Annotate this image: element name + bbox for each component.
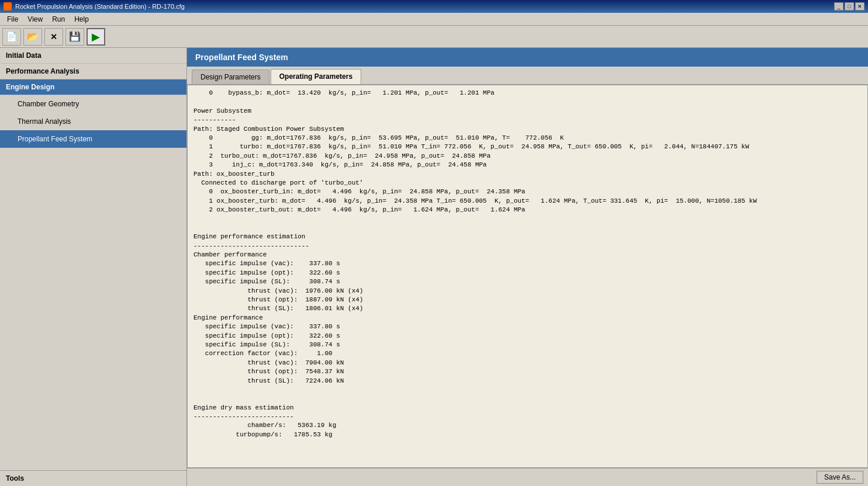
tab-operating-parameters[interactable]: Operating Parameters <box>271 69 361 84</box>
content-area: Propellant Feed System Design Parameters… <box>187 48 868 486</box>
sidebar-propellant-feed-system[interactable]: Propellant Feed System <box>0 130 186 148</box>
menu-run[interactable]: Run <box>47 14 70 25</box>
run-button[interactable]: ▶ <box>87 28 105 46</box>
menu-help[interactable]: Help <box>70 14 94 25</box>
menu-file[interactable]: File <box>2 14 23 25</box>
sidebar: Initial Data Performance Analysis Engine… <box>0 48 187 486</box>
save-as-button[interactable]: Save As... <box>817 471 863 484</box>
new-button[interactable]: 📄 <box>2 28 21 46</box>
menu-bar: File View Run Help <box>0 13 868 26</box>
close-file-icon: ✕ <box>50 32 57 41</box>
tab-design-parameters[interactable]: Design Parameters <box>192 70 269 84</box>
menu-view[interactable]: View <box>23 14 47 25</box>
save-button[interactable]: 💾 <box>65 28 84 46</box>
save-bar: Save As... <box>187 468 868 486</box>
title-bar-controls[interactable]: _ □ ✕ <box>834 2 864 11</box>
title-bar: Rocket Propulsion Analysis (Standard Edi… <box>0 0 868 13</box>
run-icon: ▶ <box>92 30 100 43</box>
title-bar-left: Rocket Propulsion Analysis (Standard Edi… <box>4 2 185 11</box>
open-button[interactable]: 📂 <box>23 28 42 46</box>
sidebar-thermal-analysis[interactable]: Thermal Analysis <box>0 113 186 130</box>
sidebar-tools[interactable]: Tools <box>0 470 186 486</box>
sidebar-engine-design[interactable]: Engine Design <box>0 79 186 95</box>
close-button[interactable]: ✕ <box>855 2 864 11</box>
page-title: Propellant Feed System <box>187 48 868 67</box>
open-icon: 📂 <box>27 31 39 42</box>
tab-bar: Design Parameters Operating Parameters <box>187 67 868 85</box>
toolbar: 📄 📂 ✕ 💾 ▶ <box>0 26 868 48</box>
window-title: Rocket Propulsion Analysis (Standard Edi… <box>15 3 185 10</box>
maximize-button[interactable]: □ <box>845 2 854 11</box>
text-area-container: 0 bypass_b: m_dot= 13.420 kg/s, p_in= 1.… <box>187 85 868 468</box>
save-icon: 💾 <box>69 31 81 42</box>
app-icon <box>4 2 12 11</box>
minimize-button[interactable]: _ <box>834 2 843 11</box>
new-icon: 📄 <box>6 31 18 42</box>
sidebar-performance-analysis[interactable]: Performance Analysis <box>0 64 186 79</box>
sidebar-initial-data[interactable]: Initial Data <box>0 48 186 64</box>
close-file-button[interactable]: ✕ <box>44 28 63 46</box>
sidebar-chamber-geometry[interactable]: Chamber Geometry <box>0 95 186 113</box>
output-text[interactable]: 0 bypass_b: m_dot= 13.420 kg/s, p_in= 1.… <box>188 85 867 467</box>
main-layout: Initial Data Performance Analysis Engine… <box>0 48 868 486</box>
